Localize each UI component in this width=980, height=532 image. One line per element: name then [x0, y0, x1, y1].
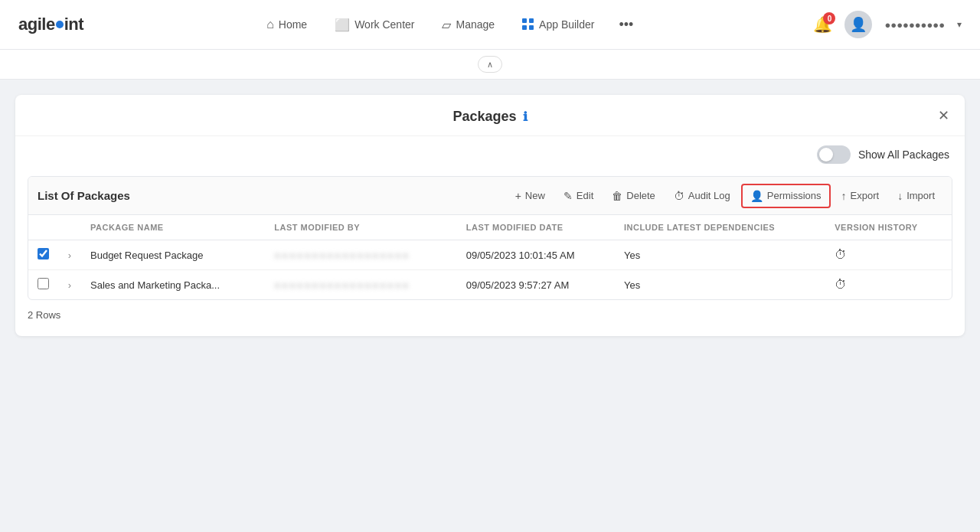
notif-badge: 0 [823, 12, 835, 24]
row1-version-history: ⏱ [825, 240, 952, 270]
row1-checkbox-cell[interactable] [28, 240, 58, 270]
new-label: New [525, 190, 545, 201]
import-label: Import [906, 190, 935, 201]
row2-version-history: ⏱ [825, 270, 952, 300]
col-checkbox [28, 215, 58, 240]
export-icon: ↑ [841, 190, 847, 202]
navbar: agileint ⌂ Home ⬜ Work Center ▱ Manage A… [0, 0, 980, 50]
delete-label: Delete [626, 190, 655, 201]
app-builder-icon [522, 18, 534, 31]
packages-table: Package Name Last Modified By Last Modif… [28, 215, 952, 299]
nav-manage-label: Manage [456, 18, 495, 31]
nav-right: 🔔 0 👤 ●●●●●●●●●● ▾ [813, 11, 962, 38]
row2-blurred-user: ●●●●●●●●●●●●●●●●●● [274, 279, 410, 291]
row2-last-modified-date: 09/05/2023 9:57:27 AM [457, 270, 615, 300]
user-chevron-icon[interactable]: ▾ [957, 19, 962, 30]
nav-manage[interactable]: ▱ Manage [431, 11, 505, 38]
row1-package-name: Budget Request Package [81, 240, 265, 270]
monitor-icon: ⬜ [335, 18, 350, 32]
packages-panel: Packages ℹ ✕ Show All Packages List Of P… [15, 95, 965, 336]
row1-blurred-user: ●●●●●●●●●●●●●●●●●● [274, 250, 410, 261]
row1-expand-icon[interactable]: › [68, 250, 71, 261]
audit-log-label: Audit Log [688, 190, 730, 201]
nav-workcenter[interactable]: ⬜ Work Center [324, 11, 425, 38]
row1-history-icon[interactable]: ⏱ [835, 248, 847, 261]
user-name: ●●●●●●●●●● [884, 19, 945, 31]
panel-title-text: Packages [452, 109, 516, 125]
row1-last-modified-by: ●●●●●●●●●●●●●●●●●● [265, 240, 457, 270]
permissions-label: Permissions [767, 190, 822, 201]
col-last-modified-by: Last Modified By [265, 215, 457, 240]
clock-icon: ⏱ [674, 190, 684, 202]
manage-icon: ▱ [442, 18, 451, 32]
table-row: › Budget Request Package ●●●●●●●●●●●●●●●… [28, 240, 952, 270]
col-package-name: Package Name [81, 215, 265, 240]
row1-last-modified-date: 09/05/2023 10:01:45 AM [457, 240, 615, 270]
row2-expand-icon[interactable]: › [68, 279, 71, 291]
nav-links: ⌂ Home ⬜ Work Center ▱ Manage App Builde… [83, 11, 813, 39]
audit-log-button[interactable]: ⏱ Audit Log [666, 185, 738, 207]
row1-include-dependencies: Yes [615, 240, 825, 270]
trash-icon: 🗑 [612, 190, 622, 202]
export-label: Export [851, 190, 880, 201]
col-last-modified-date: Last Modified Date [457, 215, 615, 240]
row2-package-name: Sales and Marketing Packa... [81, 270, 265, 300]
delete-button[interactable]: 🗑 Delete [604, 185, 663, 207]
import-icon: ↓ [897, 190, 903, 202]
user-avatar[interactable]: 👤 [844, 11, 872, 38]
nav-workcenter-label: Work Center [354, 18, 414, 31]
nav-more-button[interactable]: ••• [611, 11, 641, 39]
show-all-toggle[interactable] [817, 145, 851, 164]
show-all-label: Show All Packages [858, 149, 949, 161]
row1-checkbox[interactable] [38, 248, 49, 259]
permissions-button[interactable]: 👤 Permissions [741, 184, 831, 208]
edit-icon: ✎ [564, 190, 573, 202]
row2-checkbox-cell[interactable] [28, 270, 58, 300]
nav-home[interactable]: ⌂ Home [256, 11, 318, 38]
table-header-row: Package Name Last Modified By Last Modif… [28, 215, 952, 240]
panel-title: Packages ℹ [452, 109, 527, 125]
show-all-row: Show All Packages [15, 136, 965, 170]
nav-appbuilder-label: App Builder [539, 18, 594, 31]
row2-last-modified-by: ●●●●●●●●●●●●●●●●●● [265, 270, 457, 300]
info-icon[interactable]: ℹ [523, 109, 528, 124]
row2-history-icon[interactable]: ⏱ [835, 278, 847, 291]
row1-expand-cell: › [58, 240, 81, 270]
table-wrapper: List Of Packages + New ✎ Edit 🗑 Delete ⏱… [28, 176, 952, 300]
logo: agileint [18, 15, 83, 34]
row2-expand-cell: › [58, 270, 81, 300]
home-icon: ⌂ [266, 18, 274, 31]
new-button[interactable]: + New [508, 185, 553, 207]
close-button[interactable]: ✕ [938, 107, 949, 124]
nav-home-label: Home [279, 18, 307, 31]
col-include-dependencies: Include Latest Dependencies [615, 215, 825, 240]
notifications-button[interactable]: 🔔 0 [813, 15, 832, 34]
col-expand [58, 215, 81, 240]
collapse-button[interactable]: ∧ [478, 56, 502, 73]
panel-header: Packages ℹ ✕ [15, 95, 965, 136]
edit-button[interactable]: ✎ Edit [556, 185, 601, 207]
toolbar: List Of Packages + New ✎ Edit 🗑 Delete ⏱… [28, 177, 952, 215]
chevron-up-icon: ∧ [487, 60, 493, 70]
row2-checkbox[interactable] [38, 278, 49, 289]
main-content: Packages ℹ ✕ Show All Packages List Of P… [0, 80, 980, 532]
row2-include-dependencies: Yes [615, 270, 825, 300]
plus-icon: + [515, 190, 521, 202]
logo-dot [56, 21, 64, 28]
table-row: › Sales and Marketing Packa... ●●●●●●●●●… [28, 270, 952, 300]
person-icon: 👤 [750, 190, 763, 202]
nav-appbuilder[interactable]: App Builder [511, 12, 605, 37]
rows-count: 2 Rows [15, 300, 965, 321]
toolbar-title: List Of Packages [38, 189, 130, 202]
export-button[interactable]: ↑ Export [834, 185, 887, 207]
collapse-bar: ∧ [0, 50, 980, 80]
col-version-history: Version History [825, 215, 952, 240]
import-button[interactable]: ↓ Import [890, 185, 942, 207]
edit-label: Edit [577, 190, 593, 201]
avatar-icon: 👤 [850, 16, 867, 33]
